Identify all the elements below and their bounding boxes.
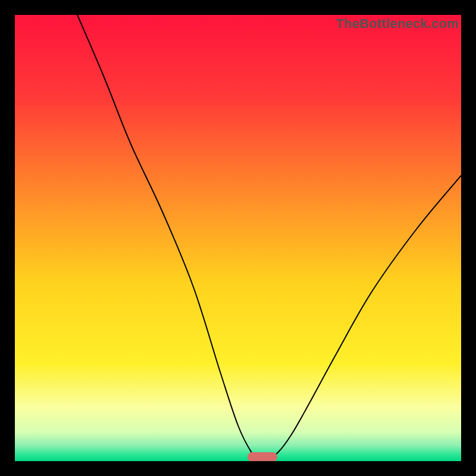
bottleneck-curve (77, 15, 461, 461)
plot-area: TheBottleneck.com (15, 15, 461, 461)
watermark-text: TheBottleneck.com (336, 16, 459, 32)
curve-overlay (15, 15, 461, 461)
optimal-marker (248, 452, 277, 461)
chart-frame: TheBottleneck.com (0, 0, 476, 476)
